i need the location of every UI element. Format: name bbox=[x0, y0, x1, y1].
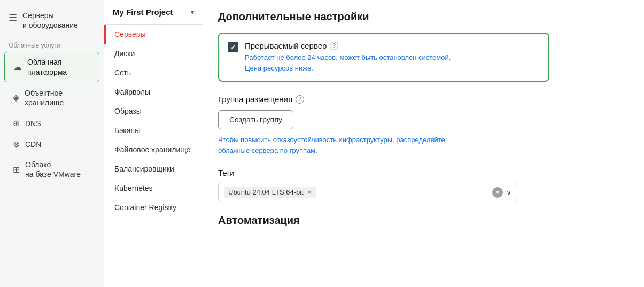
sidebar-item-object-storage[interactable]: ◈ Объектное хранилище bbox=[4, 83, 99, 112]
sidebar-item-cloud-platform[interactable]: ☁ Облачная платформа bbox=[4, 52, 99, 82]
main-content: Дополнительные настройки Прерываемый сер… bbox=[203, 0, 644, 287]
project-header[interactable]: My First Project ▾ bbox=[104, 0, 203, 25]
tag-chip-ubuntu: Ubuntu 24.04 LTS 64-bit ✕ bbox=[224, 187, 316, 198]
nav-item-disks[interactable]: Диски bbox=[104, 44, 203, 63]
tags-chevron-icon[interactable]: ∨ bbox=[506, 188, 511, 197]
sidebar-section-cloud: Облачные услуги bbox=[0, 35, 104, 51]
nav-item-network[interactable]: Сеть bbox=[104, 63, 203, 82]
object-storage-icon: ◈ bbox=[13, 92, 19, 103]
interruptible-checkbox[interactable] bbox=[228, 42, 238, 52]
nav-item-images[interactable]: Образы bbox=[104, 102, 203, 121]
project-chevron-icon: ▾ bbox=[191, 9, 194, 16]
interruptible-server-content: Прерываемый сервер ? Работает не более 2… bbox=[245, 41, 451, 73]
sidebar-item-vmware[interactable]: ⊞ Облако на базе VMware bbox=[4, 155, 99, 184]
placement-group-help-icon[interactable]: ? bbox=[296, 95, 304, 104]
placement-group-section: Группа размещения ? Создать группу Чтобы… bbox=[218, 95, 629, 156]
vmware-icon: ⊞ bbox=[13, 165, 20, 175]
sidebar-item-object-storage-label: Объектное хранилище bbox=[25, 88, 64, 107]
nav-item-servers[interactable]: Серверы bbox=[104, 25, 203, 44]
tag-chip-ubuntu-label: Ubuntu 24.04 LTS 64-bit bbox=[228, 188, 304, 196]
tag-chip-ubuntu-remove[interactable]: ✕ bbox=[307, 189, 312, 196]
cloud-icon: ☁ bbox=[13, 62, 22, 72]
tags-label: Теги bbox=[218, 168, 629, 177]
interruptible-server-desc: Работает не более 24 часов, может быть о… bbox=[245, 52, 451, 73]
tags-section: Теги Ubuntu 24.04 LTS 64-bit ✕ ✕ ∨ bbox=[218, 168, 629, 201]
tags-clear-button[interactable]: ✕ bbox=[492, 187, 503, 198]
menu-icon: ☰ bbox=[9, 12, 17, 24]
tags-input-row[interactable]: Ubuntu 24.04 LTS 64-bit ✕ ✕ ∨ bbox=[218, 183, 517, 201]
sidebar: ☰ Серверы и оборудование Облачные услуги… bbox=[0, 0, 104, 287]
interruptible-server-title: Прерываемый сервер ? bbox=[245, 41, 451, 50]
tags-actions: ✕ ∨ bbox=[492, 187, 511, 198]
middle-nav: My First Project ▾ Серверы Диски Сеть Фа… bbox=[104, 0, 203, 287]
sidebar-item-dns[interactable]: ⊕ DNS bbox=[4, 113, 99, 133]
nav-item-balancers[interactable]: Балансировщики bbox=[104, 159, 203, 179]
automation-section: Автоматизация bbox=[218, 214, 629, 227]
sidebar-item-cdn[interactable]: ⊗ CDN bbox=[4, 134, 99, 154]
sidebar-item-cdn-label: CDN bbox=[25, 139, 41, 149]
interruptible-help-icon[interactable]: ? bbox=[330, 42, 338, 50]
interruptible-server-card: Прерываемый сервер ? Работает не более 2… bbox=[218, 33, 549, 82]
sidebar-item-vmware-label: Облако на базе VMware bbox=[25, 160, 81, 179]
sidebar-item-dns-label: DNS bbox=[25, 119, 41, 128]
sidebar-item-servers-hardware-label: Серверы и оборудование bbox=[22, 11, 78, 30]
nav-item-container-registry[interactable]: Container Registry bbox=[104, 198, 203, 217]
create-group-button[interactable]: Создать группу bbox=[218, 110, 293, 129]
nav-item-file-storage[interactable]: Файловое хранилище bbox=[104, 140, 203, 159]
placement-group-title: Группа размещения ? bbox=[218, 95, 629, 104]
nav-item-kubernetes[interactable]: Kubernetes bbox=[104, 179, 203, 198]
nav-item-firewalls[interactable]: Файрволы bbox=[104, 82, 203, 102]
sidebar-item-cloud-platform-label: Облачная платформа bbox=[27, 57, 67, 76]
sidebar-item-servers-hardware[interactable]: ☰ Серверы и оборудование bbox=[0, 5, 104, 35]
section-title: Дополнительные настройки bbox=[218, 11, 629, 23]
dns-icon: ⊕ bbox=[13, 118, 20, 128]
project-title: My First Project bbox=[113, 7, 173, 17]
automation-title: Автоматизация bbox=[218, 214, 629, 227]
cdn-icon: ⊗ bbox=[13, 139, 20, 149]
placement-group-desc: Чтобы повысить отказоустойчивость инфрас… bbox=[218, 135, 517, 156]
nav-item-backups[interactable]: Бэкапы bbox=[104, 121, 203, 140]
